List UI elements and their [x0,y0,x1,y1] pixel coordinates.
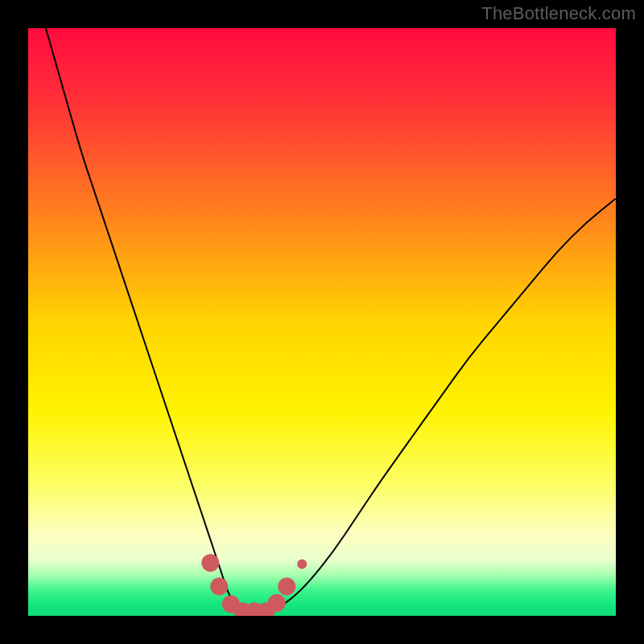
watermark-text: TheBottleneck.com [481,3,636,24]
curve-marker [201,554,219,572]
curve-marker [297,559,307,569]
curve-marker [268,594,286,612]
bottleneck-chart [28,28,616,616]
chart-frame: TheBottleneck.com [0,0,644,644]
curve-marker [210,578,228,596]
plot-area [28,28,616,616]
gradient-background [28,28,616,616]
curve-marker [278,578,295,596]
